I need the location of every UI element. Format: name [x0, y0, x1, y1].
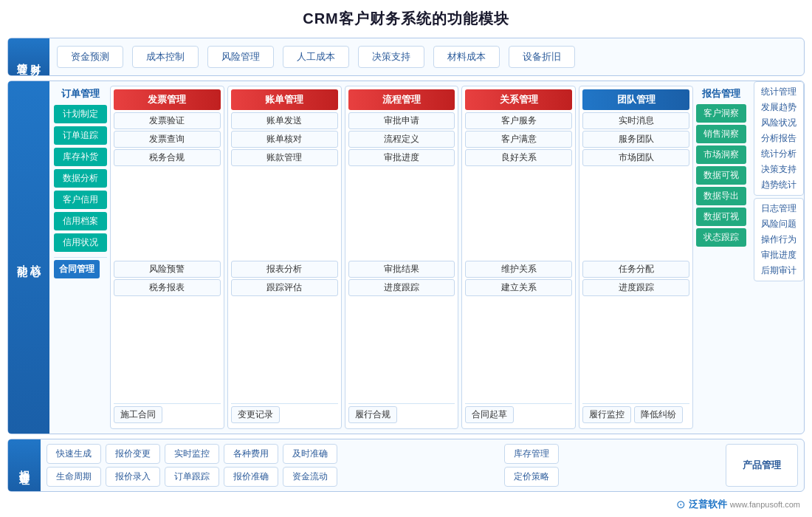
finance-item: 资金预测: [57, 46, 123, 68]
page-title: CRM客户财务系统的功能模块: [7, 6, 805, 33]
report-item-1[interactable]: 销售洞察: [696, 125, 746, 143]
report-item-4[interactable]: 数据导出: [696, 187, 746, 205]
contract-item-0: 施工合同: [114, 406, 162, 423]
finance-item: 人工成本: [283, 46, 349, 68]
order-item-5[interactable]: 信用档案: [54, 212, 107, 230]
report-item-2[interactable]: 市场洞察: [696, 145, 746, 164]
quote-row: 报价管理 快速生成 生命周期 报价变更 报价录入 实时监控 订单跟踪 各种费用 …: [7, 439, 805, 492]
order-item-0[interactable]: 计划制定: [54, 105, 107, 123]
finance-item: 设备折旧: [509, 46, 575, 68]
process-header: 流程管理: [348, 89, 455, 110]
sidebar-item-10[interactable]: 审批进度: [758, 248, 799, 262]
finance-item: 材料成本: [433, 46, 500, 68]
quote-group-6: 库存管理 定价策略: [504, 444, 559, 487]
order-item-2[interactable]: 库存补货: [54, 148, 107, 166]
quote-item-11: 定价策略: [504, 467, 559, 487]
core-label: 核心功能: [8, 81, 49, 434]
sidebar-item-9[interactable]: 操作行为: [758, 233, 799, 247]
finance-label: 财务管理: [8, 38, 49, 75]
quote-group-1: 快速生成 生命周期: [47, 444, 101, 487]
invoice-item-3: 风险预警: [114, 261, 221, 278]
quote-product: 产品管理: [726, 444, 798, 487]
contract-item-2: 履行合规: [348, 406, 397, 423]
sidebar-item-11[interactable]: 后期审计: [758, 264, 799, 278]
quote-group-3: 实时监控 订单跟踪: [165, 444, 219, 487]
account-item-2: 账款管理: [231, 149, 338, 166]
contract-invoice: 施工合同: [114, 403, 221, 425]
core-content: 订单管理 计划制定 订单追踪 库存补货 数据分析 客户信用 信用档案 信用状况 …: [49, 81, 751, 434]
quote-group-2: 报价变更 报价录入: [106, 444, 160, 487]
quote-item-9: 资金流动: [283, 467, 337, 487]
relation-header: 关系管理: [465, 89, 572, 110]
finance-row: 财务管理 资金预测 成本控制 风险管理 人工成本 决策支持 材料成本 设备折旧: [7, 38, 805, 76]
sidebar-item-8[interactable]: 风险问题: [758, 217, 799, 231]
sidebar-item-3[interactable]: 分析报告: [758, 131, 799, 145]
quote-content: 快速生成 生命周期 报价变更 报价录入 实时监控 订单跟踪 各种费用 报价准确 …: [41, 439, 804, 491]
account-item-0: 账单发送: [231, 112, 338, 129]
invoice-col: 发票管理 发票验证 发票查询 税务合规 风险预警 税务报表 施工合同: [110, 86, 224, 429]
team-item-4: 进度跟踪: [582, 279, 689, 296]
finance-item: 决策支持: [358, 46, 424, 68]
relation-item-1: 客户满意: [465, 131, 572, 148]
quote-item-5: 订单跟踪: [165, 467, 219, 487]
quote-item-7: 报价准确: [224, 467, 278, 487]
sidebar-item-0[interactable]: 统计管理: [758, 85, 799, 99]
report-item-5[interactable]: 数据可视: [696, 208, 746, 226]
order-item-1[interactable]: 订单追踪: [54, 126, 107, 145]
report-item-0[interactable]: 客户洞察: [696, 104, 746, 123]
sidebar-item-2[interactable]: 风险状况: [758, 116, 799, 130]
contract-item-1: 变更记录: [231, 406, 280, 423]
sidebar-item-6[interactable]: 趋势统计: [758, 178, 799, 192]
quote-label: 报价管理: [8, 439, 41, 491]
contract-item-5: 降低纠纷: [634, 406, 683, 423]
contract-process: 履行合规: [348, 403, 455, 425]
account-item-1: 账单核对: [231, 131, 338, 148]
contract-row: 合同管理: [54, 257, 107, 281]
order-item-4[interactable]: 客户信用: [54, 191, 107, 209]
account-col: 账单管理 账单发送 账单核对 账款管理 报表分析 跟踪评估 变更记录: [227, 86, 342, 429]
invoice-item-0: 发票验证: [114, 112, 221, 129]
invoice-sub-items: 发票验证 发票查询 税务合规: [114, 112, 221, 250]
invoice-header: 发票管理: [114, 89, 221, 110]
contract-item-4: 履行监控: [582, 406, 631, 423]
contract-account: 变更记录: [231, 403, 338, 425]
process-item-4: 进度跟踪: [348, 279, 455, 296]
order-column: 订单管理 计划制定 订单追踪 库存补货 数据分析 客户信用 信用档案 信用状况 …: [54, 86, 107, 429]
report-item-6[interactable]: 状态跟踪: [696, 228, 746, 247]
process-sub-items2: 审批结果 进度跟踪: [348, 261, 455, 399]
main-grid: 发票管理 发票验证 发票查询 税务合规 风险预警 税务报表 施工合同: [110, 86, 693, 429]
sidebar-item-4[interactable]: 统计分析: [758, 147, 799, 161]
team-sub-items2: 任务分配 进度跟踪: [582, 261, 689, 399]
team-item-2: 市场团队: [582, 149, 689, 166]
account-item-3: 报表分析: [231, 261, 338, 278]
account-sub-items: 账单发送 账单核对 账款管理: [231, 112, 338, 250]
invoice-sub-items2: 风险预警 税务报表: [114, 261, 221, 399]
sidebar-item-1[interactable]: 发展趋势: [758, 100, 799, 114]
relation-item-2: 良好关系: [465, 149, 572, 166]
report-item-3[interactable]: 数据可视: [696, 166, 746, 185]
quote-item-6: 各种费用: [224, 444, 278, 464]
process-item-2: 审批进度: [348, 149, 455, 166]
order-item-3[interactable]: 数据分析: [54, 169, 107, 188]
sidebar-section-2: 日志管理 风险问题 操作行为 审批进度 后期审计: [754, 198, 804, 281]
quote-group-5: 及时准确 资金流动: [283, 444, 337, 487]
account-header: 账单管理: [231, 89, 338, 110]
sidebar-item-7[interactable]: 日志管理: [758, 202, 799, 216]
sidebar-section-1: 统计管理 发展趋势 风险状况 分析报告 统计分析 决策支持 趋势统计: [754, 81, 804, 196]
finance-item: 成本控制: [132, 46, 199, 68]
process-item-3: 审批结果: [348, 261, 455, 278]
relation-item-0: 客户服务: [465, 112, 572, 129]
watermark-url: www.fanpusoft.com: [730, 500, 800, 509]
relation-item-3: 维护关系: [465, 261, 572, 278]
main-container: CRM客户财务系统的功能模块 财务管理 资金预测 成本控制 风险管理 人工成本 …: [0, 0, 812, 517]
report-col: 报告管理 客户洞察 销售洞察 市场洞察 数据可视 数据导出 数据可视 状态跟踪: [696, 86, 746, 429]
order-item-6[interactable]: 信用状况: [54, 233, 107, 252]
team-item-0: 实时消息: [582, 112, 689, 129]
sidebar-item-5[interactable]: 决策支持: [758, 162, 799, 177]
team-sub-items: 实时消息 服务团队 市场团队: [582, 112, 689, 250]
right-sidebar: 统计管理 发展趋势 风险状况 分析报告 统计分析 决策支持 趋势统计 日志管理 …: [751, 81, 804, 434]
team-item-3: 任务分配: [582, 261, 689, 278]
process-item-0: 审批申请: [348, 112, 455, 129]
report-title: 报告管理: [696, 86, 746, 102]
contract-item-3: 合同起草: [465, 406, 514, 423]
